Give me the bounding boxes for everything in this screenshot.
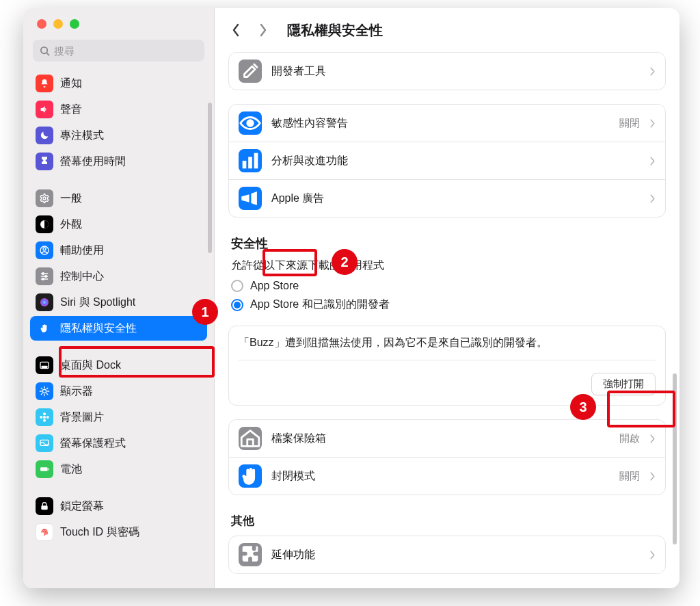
page-title: 隱私權與安全性 bbox=[287, 21, 383, 40]
sidebar-item-label: 桌面與 Dock bbox=[60, 358, 121, 373]
sidebar-item-label: Touch ID 與密碼 bbox=[60, 525, 139, 540]
sidebar-scrollbar[interactable] bbox=[208, 103, 212, 253]
svg-point-27 bbox=[40, 416, 42, 419]
sidebar-item-focus[interactable]: 專注模式 bbox=[30, 123, 207, 148]
row-value: 開啟 bbox=[619, 432, 640, 445]
svg-rect-35 bbox=[248, 157, 252, 168]
sidebar-item-label: 電池 bbox=[60, 462, 82, 477]
row-extensions[interactable]: 延伸功能 bbox=[229, 536, 665, 573]
window-controls bbox=[23, 8, 214, 40]
svg-point-0 bbox=[41, 47, 47, 53]
row-label: 開發者工具 bbox=[271, 64, 640, 79]
siri-icon bbox=[36, 293, 53, 311]
gear-icon bbox=[36, 189, 53, 207]
svg-rect-31 bbox=[48, 469, 49, 471]
sidebar-item-battery[interactable]: 電池 bbox=[30, 457, 207, 482]
sidebar-item-label: 輔助使用 bbox=[60, 243, 104, 258]
row-analytics[interactable]: 分析與改進功能 bbox=[229, 142, 665, 179]
svg-point-2 bbox=[43, 197, 46, 200]
sidebar-item-label: 聲音 bbox=[60, 103, 82, 117]
bell-icon bbox=[36, 75, 53, 92]
blocked-app-box: 「Buzz」遭到阻擋無法使用，因為它不是來自已識別的開發者。強制打開 bbox=[228, 326, 666, 406]
radio-appstore[interactable]: App Store bbox=[231, 277, 663, 295]
search-icon bbox=[40, 46, 50, 56]
sidebar-item-siri[interactable]: Siri 與 Spotlight bbox=[30, 290, 207, 315]
sidebar-item-sound[interactable]: 聲音 bbox=[30, 97, 207, 122]
sidebar-item-label: 通知 bbox=[60, 77, 82, 91]
chevron-right-icon bbox=[649, 434, 656, 444]
svg-point-5 bbox=[43, 248, 46, 250]
open-anyway-button[interactable]: 強制打開 bbox=[591, 373, 656, 395]
sidebar-item-touchid[interactable]: Touch ID 與密碼 bbox=[30, 520, 207, 544]
sidebar-item-label: Siri 與 Spotlight bbox=[60, 295, 135, 310]
eye-icon bbox=[239, 111, 262, 135]
sidebar-item-appearance[interactable]: 外觀 bbox=[30, 212, 207, 237]
megaphone-icon bbox=[239, 187, 262, 210]
svg-rect-36 bbox=[254, 153, 258, 169]
row-label: 分析與改進功能 bbox=[271, 154, 640, 168]
sidebar-item-screentime[interactable]: 螢幕使用時間 bbox=[30, 149, 207, 174]
screensaver-icon bbox=[36, 434, 53, 452]
back-button[interactable] bbox=[228, 20, 243, 40]
radio-button[interactable] bbox=[231, 280, 243, 292]
sidebar-item-label: 背景圖片 bbox=[60, 410, 104, 425]
tools-icon bbox=[239, 60, 262, 83]
row-appleads[interactable]: Apple 廣告 bbox=[229, 179, 665, 217]
sidebar-item-desktop[interactable]: 桌面與 Dock bbox=[30, 353, 207, 378]
radio-label: App Store bbox=[250, 280, 299, 292]
close-window-button[interactable] bbox=[37, 19, 46, 29]
chevron-right-icon bbox=[259, 23, 267, 37]
svg-rect-32 bbox=[41, 505, 47, 510]
search-field[interactable] bbox=[33, 40, 204, 62]
row-label: 封閉模式 bbox=[271, 469, 610, 484]
hand-icon bbox=[36, 319, 53, 337]
row-sensitive[interactable]: 敏感性內容警告關閉 bbox=[229, 105, 665, 142]
person-icon bbox=[36, 241, 53, 259]
search-input[interactable] bbox=[54, 45, 198, 57]
sidebar-item-lockscreen[interactable]: 鎖定螢幕 bbox=[30, 494, 207, 518]
row-devtools[interactable]: 開發者工具 bbox=[229, 53, 665, 90]
svg-point-11 bbox=[42, 278, 44, 280]
fullscreen-window-button[interactable] bbox=[70, 19, 79, 29]
svg-line-20 bbox=[41, 388, 42, 388]
sidebar-item-privacy[interactable]: 隱私權與安全性 bbox=[30, 316, 207, 341]
fingerprint-icon bbox=[36, 523, 53, 541]
sidebar-item-label: 顯示器 bbox=[60, 384, 93, 399]
row-label: Apple 廣告 bbox=[271, 192, 640, 206]
sidebar-item-general[interactable]: 一般 bbox=[30, 186, 207, 211]
sidebar-item-notifications[interactable]: 通知 bbox=[30, 71, 207, 96]
sidebar-item-label: 外觀 bbox=[60, 218, 82, 232]
svg-point-28 bbox=[46, 416, 49, 419]
sidebar-item-screensaver[interactable]: 螢幕保護程式 bbox=[30, 431, 207, 456]
forward-button[interactable] bbox=[256, 20, 271, 40]
group-devtools: 開發者工具 bbox=[228, 52, 666, 90]
row-value: 關閉 bbox=[619, 117, 640, 130]
radio-identified[interactable]: App Store 和已識別的開發者 bbox=[231, 295, 663, 315]
sun-icon bbox=[36, 382, 53, 400]
security-section-title: 安全性 bbox=[228, 231, 666, 259]
svg-rect-37 bbox=[247, 439, 254, 446]
row-filevault[interactable]: 檔案保險箱開啟 bbox=[229, 420, 665, 457]
svg-point-12 bbox=[40, 298, 49, 306]
sidebar-item-wallpaper[interactable]: 背景圖片 bbox=[30, 405, 207, 430]
sidebar-item-label: 專注模式 bbox=[60, 129, 104, 143]
content-scrollbar[interactable] bbox=[673, 373, 677, 544]
chevron-right-icon bbox=[649, 118, 656, 129]
chevron-right-icon bbox=[649, 550, 656, 560]
sidebar-item-controlcenter[interactable]: 控制中心 bbox=[30, 264, 207, 289]
svg-rect-14 bbox=[42, 366, 47, 367]
row-label: 延伸功能 bbox=[271, 548, 640, 562]
settings-window: 通知聲音專注模式螢幕使用時間一般外觀輔助使用控制中心Siri 與 Spotlig… bbox=[23, 8, 679, 588]
row-label: 敏感性內容警告 bbox=[271, 116, 610, 131]
battery-icon bbox=[36, 460, 53, 478]
sidebar-item-accessibility[interactable]: 輔助使用 bbox=[30, 238, 207, 263]
radio-button[interactable] bbox=[231, 299, 243, 311]
minimize-window-button[interactable] bbox=[53, 19, 63, 29]
svg-line-23 bbox=[46, 388, 47, 388]
row-lockdown[interactable]: 封閉模式關閉 bbox=[229, 457, 665, 495]
security-allow-block: 允許從以下來源下載的應用程式App StoreApp Store 和已識別的開發… bbox=[228, 259, 666, 326]
sidebar-item-displays[interactable]: 顯示器 bbox=[30, 379, 207, 404]
dock-icon bbox=[36, 356, 53, 374]
svg-line-1 bbox=[46, 53, 49, 55]
chevron-right-icon bbox=[649, 194, 656, 204]
